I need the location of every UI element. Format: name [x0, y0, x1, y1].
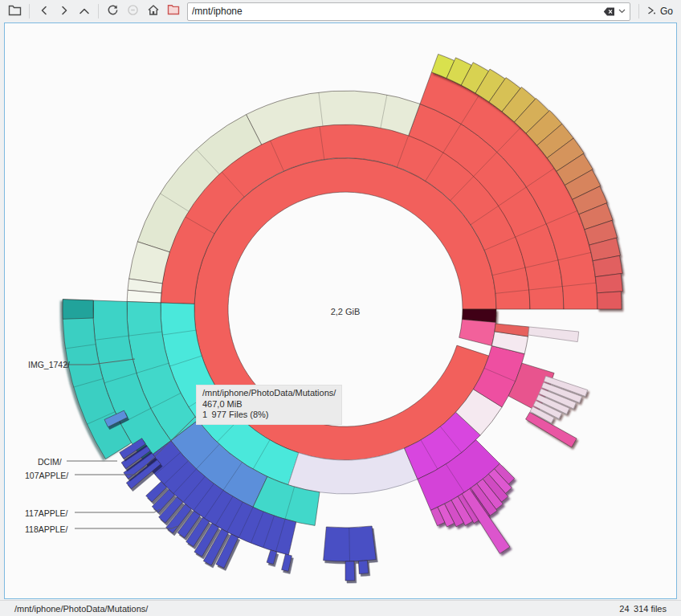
tooltip-files: 1 977 Files (8%)	[202, 410, 336, 421]
toolbar: Go	[0, 0, 681, 22]
address-bar	[187, 2, 630, 21]
map-dir-label: 107APPLE/	[25, 471, 68, 480]
scan-folder-button[interactable]	[5, 2, 25, 21]
map-dir-label: 117APPLE/	[25, 508, 68, 518]
up-button[interactable]	[74, 2, 94, 21]
status-path: /mnt/iphone/PhotoData/Mutations/	[14, 604, 148, 614]
chevron-right-icon	[59, 4, 69, 18]
red-folder-icon	[167, 4, 180, 18]
home-icon	[147, 4, 160, 19]
refresh-button[interactable]	[103, 2, 123, 21]
map-dir-label: IMG_1742/	[28, 360, 70, 369]
clear-address-button[interactable]	[603, 7, 615, 16]
chevron-up-icon	[79, 4, 90, 18]
refresh-icon	[107, 4, 119, 19]
address-input[interactable]	[192, 6, 600, 17]
tooltip-path: /mnt/iphone/PhotoData/Mutations/	[202, 388, 336, 399]
forward-button[interactable]	[54, 2, 74, 21]
tooltip-size: 467,0 MiB	[202, 399, 336, 410]
stop-icon	[127, 4, 139, 19]
toolbar-separator	[638, 4, 639, 18]
chevron-left-icon	[39, 4, 49, 18]
home-button[interactable]	[143, 2, 163, 21]
toolbar-separator	[29, 4, 30, 18]
total-size-label: 2,2 GiB	[285, 307, 406, 316]
map-tooltip: /mnt/iphone/PhotoData/Mutations/ 467,0 M…	[196, 385, 342, 425]
address-dropdown-button[interactable]	[618, 9, 626, 14]
map-dir-label: 118APPLE/	[25, 524, 68, 534]
go-icon	[646, 6, 656, 18]
close-folder-button[interactable]	[163, 2, 183, 21]
back-button[interactable]	[34, 2, 54, 21]
folder-open-icon	[8, 4, 22, 19]
map-dir-label: DCIM/	[38, 457, 62, 467]
toolbar-separator	[98, 4, 99, 18]
go-button[interactable]: Go	[643, 6, 676, 18]
stop-button[interactable]	[123, 2, 143, 21]
status-bar: /mnt/iphone/PhotoData/Mutations/ 24 314 …	[0, 600, 681, 616]
status-file-count: 24 314 files	[619, 604, 667, 614]
filelight-window: Go 2,2 GiB IMG_1742/DCIM/107APPLE/117APP…	[0, 0, 681, 616]
go-label: Go	[660, 6, 673, 17]
